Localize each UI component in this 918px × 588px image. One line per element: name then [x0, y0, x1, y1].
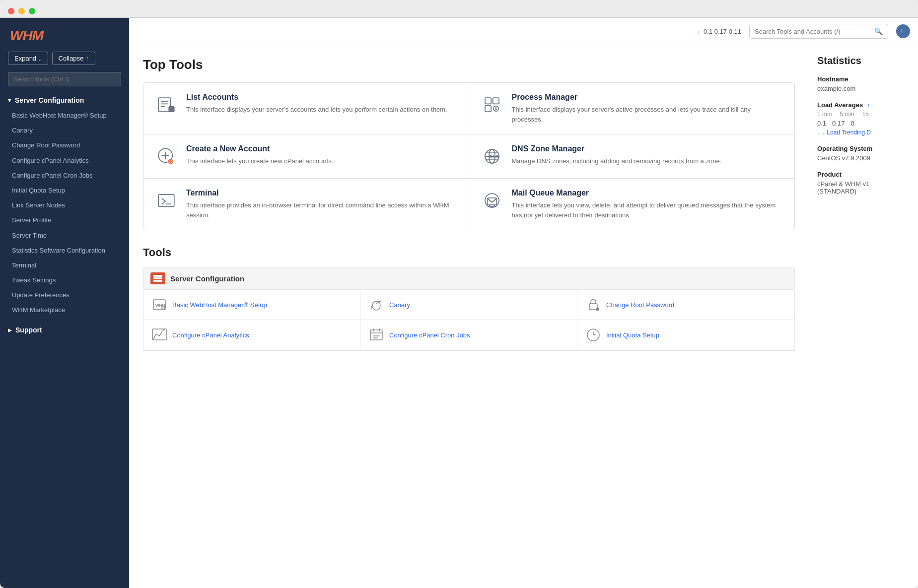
- sidebar-item-statistics-software[interactable]: Statistics Software Configuration: [8, 243, 129, 258]
- server-configuration-category: Server Configuration WHM Basic: [143, 267, 795, 351]
- load-trending-link[interactable]: ↓ ↓ Load Trending D: [817, 129, 910, 136]
- cpanel-analytics-name: Configure cPanel Analytics: [172, 331, 249, 339]
- svg-rect-31: [153, 277, 162, 279]
- sidebar-item-canary[interactable]: Canary: [8, 123, 129, 138]
- change-root-password-icon: [585, 297, 601, 313]
- svg-rect-40: [152, 329, 166, 340]
- top-tools-grid: List Accounts This interface displays yo…: [143, 82, 795, 230]
- tool-list-cron-jobs[interactable]: Configure cPanel Cron Jobs: [360, 320, 577, 350]
- process-manager-desc: This interface displays your server's ac…: [512, 105, 784, 124]
- user-avatar[interactable]: E: [896, 24, 910, 38]
- sidebar: WHM Expand ↓ Collapse ↑ ▾ Server Configu…: [0, 18, 129, 588]
- svg-point-25: [485, 194, 499, 207]
- svg-rect-39: [596, 308, 599, 311]
- window-chrome: [0, 0, 918, 18]
- tool-list-change-root[interactable]: Change Root Password: [577, 290, 794, 320]
- os-group: Operating System CentOS v7.9.2009: [817, 145, 910, 162]
- server-config-category-icon: [150, 272, 165, 284]
- svg-text:DNS: DNS: [489, 154, 498, 159]
- collapse-button[interactable]: Collapse ↑: [52, 52, 95, 65]
- sidebar-item-tweak-settings[interactable]: Tweak Settings: [8, 273, 129, 288]
- basic-webhost-name: Basic WebHost Manager® Setup: [172, 301, 267, 309]
- load-value-15: 0.: [850, 120, 856, 127]
- product-group: Product cPanel & WHM v1 (STANDARD): [817, 171, 910, 195]
- tool-card-list-accounts[interactable]: List Accounts This interface displays yo…: [143, 83, 469, 134]
- load-averages-icon: ↑: [867, 102, 870, 109]
- terminal-icon: [154, 189, 178, 212]
- mail-queue-icon: [480, 189, 504, 212]
- svg-rect-6: [493, 98, 498, 104]
- tool-list-canary[interactable]: Canary: [360, 290, 577, 320]
- main-content: ↓ 0.1 0.17 0.11 🔍 E Top Tools: [129, 18, 918, 588]
- hostname-value: example.com: [817, 85, 910, 92]
- expand-button[interactable]: Expand ↓: [8, 52, 48, 65]
- tool-card-process-manager[interactable]: Process Manager This interface displays …: [469, 83, 795, 134]
- svg-rect-7: [485, 106, 491, 112]
- sidebar-item-basic-webhost[interactable]: Basic WebHost Manager® Setup: [8, 108, 129, 123]
- sidebar-item-server-time[interactable]: Server Time: [8, 228, 129, 243]
- list-accounts-name: List Accounts: [186, 93, 447, 102]
- tool-card-mail-queue[interactable]: Mail Queue Manager This interface lets y…: [469, 179, 795, 230]
- sidebar-search-input[interactable]: [8, 72, 121, 86]
- create-account-desc: This interface lets you create new cPane…: [186, 156, 333, 166]
- search-input[interactable]: [755, 28, 870, 35]
- list-accounts-info: List Accounts This interface displays yo…: [186, 93, 447, 115]
- svg-rect-41: [370, 330, 382, 340]
- svg-rect-26: [488, 198, 496, 205]
- create-account-name: Create a New Account: [186, 144, 333, 153]
- statistics-title: Statistics: [817, 55, 910, 66]
- sidebar-item-server-profile[interactable]: Server Profile: [8, 213, 129, 228]
- sidebar-item-cpanel-analytics[interactable]: Configure cPanel Analytics: [8, 153, 129, 168]
- configure-analytics-icon: [151, 327, 167, 343]
- svg-text:WHM: WHM: [155, 303, 165, 308]
- tool-list-initial-quota[interactable]: Initial Quota Setup: [577, 320, 794, 350]
- sidebar-item-whm-marketplace[interactable]: WHM Marketplace: [8, 303, 129, 318]
- server-configuration-section: ▾ Server Configuration Basic WebHost Man…: [0, 92, 129, 322]
- svg-rect-32: [153, 280, 162, 282]
- hostname-label: Hostname: [817, 75, 910, 83]
- sidebar-item-link-nodes[interactable]: Link Server Nodes: [8, 198, 129, 213]
- server-configuration-category-header[interactable]: Server Configuration: [143, 267, 795, 290]
- chevron-right-icon: ▸: [8, 326, 11, 334]
- tool-card-create-account[interactable]: Create a New Account This interface lets…: [143, 134, 469, 179]
- tool-list-cpanel-analytics[interactable]: Configure cPanel Analytics: [143, 320, 360, 350]
- close-button[interactable]: [8, 8, 14, 14]
- mail-queue-desc: This interface lets you view, delete, an…: [512, 200, 784, 220]
- terminal-info: Terminal This interface provides an in-b…: [186, 189, 458, 220]
- load-values: 0.1 0.17 0.: [817, 120, 910, 127]
- terminal-desc: This interface provides an in-browser te…: [186, 200, 458, 220]
- hostname-group: Hostname example.com: [817, 75, 910, 92]
- server-configuration-header[interactable]: ▾ Server Configuration: [0, 92, 129, 108]
- search-bar[interactable]: 🔍: [749, 24, 888, 39]
- process-manager-info: Process Manager This interface displays …: [512, 93, 784, 124]
- canary-name: Canary: [389, 301, 410, 309]
- svg-rect-23: [158, 195, 174, 207]
- tool-card-dns-zone[interactable]: DNS DNS Zone Manager Manage DNS zones, i…: [469, 134, 795, 179]
- sidebar-item-terminal[interactable]: Terminal: [8, 258, 129, 273]
- load-value-1min: 0.1: [817, 120, 826, 127]
- basic-webhost-icon: WHM: [151, 297, 167, 313]
- tool-list-basic-webhost[interactable]: WHM Basic WebHost Manager® Setup: [143, 290, 360, 320]
- svg-rect-4: [169, 107, 174, 112]
- svg-rect-5: [485, 98, 491, 104]
- sidebar-item-update-preferences[interactable]: Update Preferences: [8, 288, 129, 303]
- app-window: WHM Expand ↓ Collapse ↑ ▾ Server Configu…: [0, 18, 918, 588]
- sidebar-item-change-root[interactable]: Change Root Password: [8, 138, 129, 153]
- cron-jobs-name: Configure cPanel Cron Jobs: [389, 331, 470, 339]
- sidebar-items: Basic WebHost Manager® Setup Canary Chan…: [0, 108, 129, 318]
- svg-point-10: [495, 109, 496, 110]
- content-area: Top Tools: [129, 45, 918, 588]
- load-value-5min: 0.17: [832, 120, 845, 127]
- logo: WHM: [0, 18, 129, 52]
- minimize-button[interactable]: [18, 8, 25, 14]
- search-icon[interactable]: 🔍: [874, 27, 883, 35]
- tool-card-terminal[interactable]: Terminal This interface provides an in-b…: [143, 179, 469, 230]
- sidebar-item-cron-jobs[interactable]: Configure cPanel Cron Jobs: [8, 168, 129, 183]
- sidebar-item-initial-quota[interactable]: Initial Quota Setup: [8, 183, 129, 198]
- load-arrow-icon: ↓: [697, 27, 701, 35]
- load-col-1min: 1 min: [817, 111, 832, 118]
- maximize-button[interactable]: [29, 8, 35, 14]
- support-section-header[interactable]: ▸ Support: [0, 322, 129, 338]
- process-manager-icon: [480, 93, 504, 117]
- server-configuration-category-title: Server Configuration: [170, 274, 244, 283]
